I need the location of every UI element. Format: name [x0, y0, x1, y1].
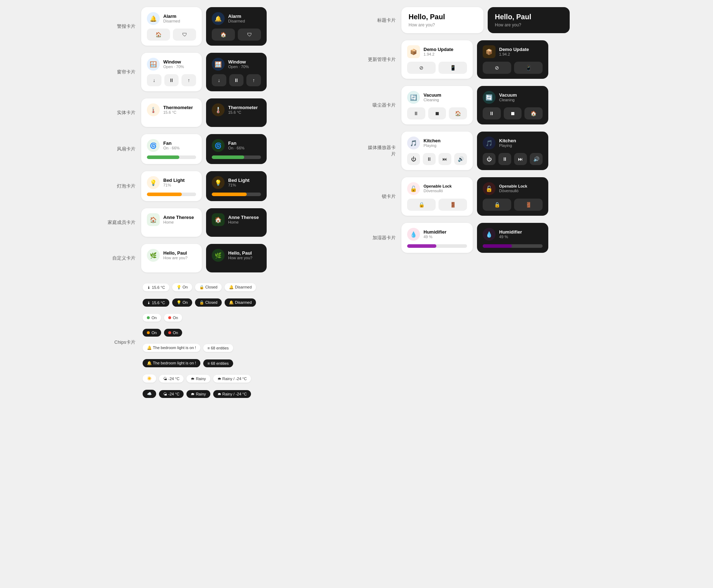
fan-progress-dark — [212, 155, 261, 159]
chip-closed-dark[interactable]: 🔒 Closed — [195, 298, 222, 307]
bedlight-fill-light — [147, 193, 182, 196]
bedlight-icon-dark: 💡 — [212, 176, 225, 189]
update-btn-install-dark[interactable]: 📱 — [514, 62, 543, 74]
chip-on-orange-dark[interactable]: On — [143, 329, 161, 337]
chips-section: Chips卡片 🌡 15.6 °C 💡 On 🔒 Closed 🔔 Disarm… — [107, 283, 349, 406]
chip-disarmed-light[interactable]: 🔔 Disarmed — [225, 283, 256, 291]
vacuum-btn-stop-dark[interactable]: ⏹ — [504, 107, 522, 119]
entity-row: 实体卡片 🌡️ Thermometer 15.6 °C 🌡️ — [107, 98, 349, 127]
media-btn-pause-light[interactable]: ⏸ — [423, 153, 436, 165]
chip-entities-dark[interactable]: ≡ 68 entities — [203, 359, 233, 367]
chip-cloudy-light[interactable]: 🌤 -24 °C — [159, 375, 184, 383]
chip-temp-dark[interactable]: 🌡 15.6 °C — [143, 299, 169, 307]
media-btn-power-light[interactable]: ⏻ — [407, 153, 420, 165]
vacuum-btn-home-light[interactable]: 🏠 — [449, 107, 467, 119]
window-btn-down-dark[interactable]: ↓ — [212, 74, 226, 86]
chip-cloudy-dark[interactable]: 🌤 -24 °C — [159, 390, 184, 398]
alarm-title-dark: Alarm — [228, 14, 245, 19]
bedlight-title-dark: Bed Light — [228, 178, 250, 183]
window-btn-pause-light[interactable]: ⏸ — [164, 74, 179, 86]
update-card-light: 📦 Demo Update 1.94.2 ⊘ 📱 — [401, 40, 473, 79]
window-row: 窗帘卡片 🪟 Window Open · 70% ↓ ⏸ ↑ — [107, 53, 349, 91]
media-btn-next-light[interactable]: ⏭ — [438, 153, 451, 165]
lock-icon-light: 🔓 — [407, 182, 420, 195]
chip-on-green-light[interactable]: On — [143, 314, 161, 322]
window-btn-up-dark[interactable]: ↑ — [246, 74, 261, 86]
media-btn-next-dark[interactable]: ⏭ — [514, 153, 527, 165]
custom-icon-dark: 🌿 — [212, 249, 225, 262]
chip-on-red-dark[interactable]: On — [164, 329, 183, 337]
chip-closed-light[interactable]: 🔒 Closed — [195, 283, 222, 291]
lock-btn-lock-dark[interactable]: 🔒 — [483, 199, 511, 211]
window-btn-up-light[interactable]: ↑ — [181, 74, 196, 86]
humidifier-subtitle-light: 49 % — [424, 235, 446, 239]
entity-pair: 🌡️ Thermometer 15.6 °C 🌡️ Thermometer 15… — [141, 98, 267, 127]
thermo-card-dark: 🌡️ Thermometer 15.6 °C — [206, 98, 267, 127]
lock-subtitle-light: Dövensulló — [424, 189, 452, 193]
alarm-title-light: Alarm — [163, 14, 180, 19]
chip-cloud-dark[interactable]: ☁️ — [143, 390, 156, 398]
humidifier-progress-dark — [483, 244, 543, 248]
vacuum-btn-home-dark[interactable]: 🏠 — [524, 107, 543, 119]
chip-rainy1-dark[interactable]: 🌧 Rainy — [186, 390, 210, 398]
family-row: 家庭成员卡片 🏠 Anne Therese Home 🏠 — [107, 208, 349, 237]
update-card-dark: 📦 Demo Update 1.94.2 ⊘ 📱 — [477, 40, 548, 79]
alarm-card-dark: 🔔 Alarm Disarmed 🏠 🛡 — [206, 7, 267, 46]
chips-weather-light: ☀️ 🌤 -24 °C 🌧 Rainy 🌧 Rainy / -24 °C — [143, 374, 256, 383]
update-icon-dark: 📦 — [483, 45, 496, 58]
media-label: 媒体播放器卡片 — [364, 144, 396, 157]
media-btn-pause-dark[interactable]: ⏸ — [498, 153, 511, 165]
alarm-btn1-light[interactable]: 🏠 — [147, 29, 170, 41]
chip-entities-light[interactable]: ≡ 68 entities — [203, 344, 233, 352]
chip-disarmed-dark[interactable]: 🔔 Disarmed — [225, 298, 256, 307]
chip-bedroom-light[interactable]: 🔔 The bedroom light is on ! — [143, 344, 200, 352]
update-btn-skip-dark[interactable]: ⊘ — [483, 62, 511, 74]
alarm-header-dark: 🔔 Alarm Disarmed — [212, 12, 261, 25]
chips-weather-dark: ☁️ 🌤 -24 °C 🌧 Rainy 🌧 Rainy / -24 °C — [143, 390, 256, 398]
lock-btn-lock-light[interactable]: 🔒 — [407, 199, 436, 211]
update-btn-skip-light[interactable]: ⊘ — [407, 62, 436, 74]
lock-btn-open-light[interactable]: 🚪 — [438, 199, 467, 211]
title-row: 标题卡片 Hello, Paul How are you? Hello, Pau… — [364, 7, 606, 33]
lock-btn-open-dark[interactable]: 🚪 — [514, 199, 543, 211]
chip-on1-dark[interactable]: 💡 On — [172, 298, 192, 307]
custom-row: 自定义卡片 🌿 Hello, Paul How are you? 🌿 — [107, 244, 349, 272]
update-btn-install-light[interactable]: 📱 — [438, 62, 467, 74]
window-label: 窗帘卡片 — [107, 69, 135, 75]
custom-label: 自定义卡片 — [107, 255, 135, 261]
chip-bedroom-dark[interactable]: 🔔 The bedroom light is on ! — [143, 359, 200, 367]
chips-dark-row3: 🔔 The bedroom light is on ! ≡ 68 entitie… — [143, 359, 256, 367]
alarm-row: 警报卡片 🔔 Alarm Disarmed 🏠 🛡 — [107, 7, 349, 46]
thermo-title-dark: Thermometer — [228, 105, 258, 111]
bulb-pair: 💡 Bed Light 71% 💡 Bed Light — [141, 171, 267, 201]
window-subtitle-light: Open · 70% — [163, 65, 184, 69]
vacuum-btn-stop-light[interactable]: ⏹ — [428, 107, 446, 119]
fan-subtitle-dark: On · 66% — [228, 146, 245, 150]
vacuum-btn-pause-light[interactable]: ⏸ — [407, 107, 425, 119]
vacuum-btn-pause-dark[interactable]: ⏸ — [483, 107, 501, 119]
update-subtitle-light: 1.94.2 — [424, 52, 453, 57]
lock-card-light: 🔓 Openable Lock Dövensulló 🔒 🚪 — [401, 177, 473, 216]
alarm-btn1-dark[interactable]: 🏠 — [212, 29, 235, 41]
humidifier-title-dark: Humidifier — [499, 229, 522, 235]
chip-rainy2-light[interactable]: 🌧 Rainy / -24 °C — [213, 375, 251, 383]
chip-temp-light[interactable]: 🌡 15.6 °C — [143, 283, 169, 291]
window-btn-down-light[interactable]: ↓ — [147, 74, 161, 86]
chip-on1-light[interactable]: 💡 On — [172, 283, 192, 291]
bulb-label: 灯泡卡片 — [107, 183, 135, 189]
fan-row: 风扇卡片 🌀 Fan On · 66% — [107, 134, 349, 164]
alarm-btn2-dark[interactable]: 🛡 — [238, 29, 261, 41]
window-btn-pause-dark[interactable]: ⏸ — [229, 74, 244, 86]
media-btn-vol-dark[interactable]: 🔊 — [530, 153, 543, 165]
alarm-btn2-light[interactable]: 🛡 — [173, 29, 196, 41]
vacuum-subtitle-dark: Cleaning — [499, 98, 517, 102]
chip-rainy2-dark[interactable]: 🌧 Rainy / -24 °C — [213, 390, 251, 398]
chip-rainy1-light[interactable]: 🌧 Rainy — [186, 375, 210, 383]
family-card-light: 🏠 Anne Therese Home — [141, 208, 202, 237]
humidifier-card-light: 💧 Humidifier 49 % — [401, 223, 473, 253]
chip-on-red-light[interactable]: On — [164, 314, 183, 322]
media-btn-vol-light[interactable]: 🔊 — [454, 153, 467, 165]
window-icon-dark: 🪟 — [212, 58, 225, 71]
media-btn-power-dark[interactable]: ⏻ — [483, 153, 496, 165]
chip-sun-light[interactable]: ☀️ — [143, 374, 156, 383]
